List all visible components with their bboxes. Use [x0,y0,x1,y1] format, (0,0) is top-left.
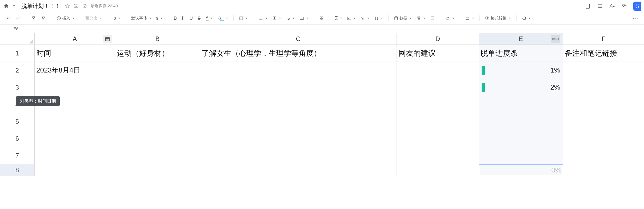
cell-B8[interactable] [115,164,200,176]
cell-A3[interactable] [35,79,115,96]
cell-F8[interactable] [563,164,644,176]
row-header-1[interactable]: 1 [0,45,35,62]
cell-E2[interactable]: 1% [479,62,563,79]
cell-A5[interactable] [35,113,115,130]
cell-E1[interactable]: 脱单进度条 [479,45,563,62]
sort-button[interactable] [373,15,384,22]
cell-E4[interactable] [479,96,563,113]
insert-button[interactable]: 插入 [55,15,75,22]
cell-B5[interactable] [115,113,200,130]
row-header-8[interactable]: 8 [0,164,35,176]
cell-E7[interactable] [479,147,563,164]
cell-B1[interactable]: 运动（好身材） [115,45,200,62]
format-painter-button[interactable] [30,15,37,22]
cell-A2[interactable]: 2023年8月4日 [35,62,115,79]
filter-button[interactable] [359,15,370,22]
column-header-B[interactable]: B [115,33,200,45]
conditional-format-button[interactable] [318,15,325,22]
align-v-button[interactable] [271,15,282,22]
align-h-button[interactable] [258,15,269,22]
cell-C4[interactable] [200,96,397,113]
chart-button[interactable] [346,15,357,22]
cell-F7[interactable] [563,147,644,164]
cell-F5[interactable] [563,113,644,130]
cell-B6[interactable] [115,130,200,147]
cell-C8[interactable] [200,164,397,176]
more-button[interactable]: ⋯ [631,15,639,22]
star-icon[interactable] [65,3,70,9]
row-header-3[interactable]: 3 [0,79,35,96]
column-header-C[interactable]: C [200,33,397,45]
text-color-button[interactable]: A [205,15,214,22]
home-icon[interactable] [3,3,9,9]
row-header-7[interactable]: 7 [0,147,35,164]
cell-D1[interactable]: 网友的建议 [397,45,479,62]
row-header-6[interactable]: 6 [0,130,35,147]
cell-B7[interactable] [115,147,200,164]
menu-icon[interactable] [597,3,603,9]
font-size-select[interactable]: 9 [155,15,164,22]
column-header-D[interactable]: D [397,33,479,45]
add-collaborator-icon[interactable] [621,3,627,9]
cell-reference-box[interactable]: E8 [0,25,32,33]
cell-E8[interactable]: 0% [479,164,563,176]
borders-button[interactable] [238,15,249,22]
validate-button[interactable] [415,15,426,22]
formula-button[interactable]: Σ [334,15,343,22]
doc-title[interactable]: 脱单计划！！！ [18,2,61,10]
cell-D6[interactable] [397,130,479,147]
progress-icon[interactable] [551,35,560,43]
decimal-button[interactable]: .0 [111,15,121,22]
redo-button[interactable] [14,15,21,22]
select-all-corner[interactable] [0,33,35,45]
column-header-E[interactable]: E [479,33,563,45]
column-header-A[interactable]: A 31 [35,33,115,45]
add-note-icon[interactable] [585,3,591,9]
cell-A7[interactable] [35,147,115,164]
cell-F3[interactable] [563,79,644,96]
cell-F6[interactable] [563,130,644,147]
cell-D4[interactable] [397,96,479,113]
cell-A1[interactable]: 时间 [35,45,115,62]
cell-D5[interactable] [397,113,479,130]
cell-D3[interactable] [397,79,479,96]
bold-button[interactable]: B [173,15,178,22]
lock-button[interactable] [445,15,455,22]
cell-F4[interactable] [563,96,644,113]
cell-C2[interactable] [200,62,397,79]
clear-format-button[interactable] [40,15,47,22]
format-convert-button[interactable]: 格式转换 [484,15,512,22]
cell-C1[interactable]: 了解女生（心理学，生理学等角度） [200,45,397,62]
calendar-icon[interactable]: 31 [103,35,112,43]
column-header-F[interactable]: F [563,33,644,45]
cell-E3[interactable]: 2% [479,79,563,96]
strike-button[interactable]: S [197,15,202,22]
cell-C6[interactable] [200,130,397,147]
cell-C5[interactable] [200,113,397,130]
cell-E5[interactable] [479,113,563,130]
cell-D2[interactable] [397,62,479,79]
italic-button[interactable]: I [181,15,186,22]
cell-D8[interactable] [397,164,479,176]
row-header-2[interactable]: 2 [0,62,35,79]
cell-B4[interactable] [115,96,200,113]
font-select[interactable]: 默认字体 [130,15,153,22]
data-button[interactable]: 数据 [393,15,413,22]
cell-A6[interactable] [35,130,115,147]
cell-E6[interactable] [479,130,563,147]
fill-color-button[interactable] [217,15,229,22]
move-folder-icon[interactable] [74,3,79,9]
cell-F2[interactable] [563,62,644,79]
cell-A8[interactable] [35,164,115,176]
cell-C7[interactable] [200,147,397,164]
cell-F1[interactable]: 备注和笔记链接 [563,45,644,62]
share-button[interactable]: 分 [633,2,641,11]
cell-C3[interactable] [200,79,397,96]
plugin-button[interactable] [521,15,532,22]
freeze-button[interactable] [429,15,436,22]
view-button[interactable] [464,15,475,22]
undo-button[interactable] [5,15,12,22]
zoom-select[interactable]: 百分比 [84,15,103,22]
row-header-5[interactable]: 5 [0,113,35,130]
text-style-icon[interactable]: A= [610,3,615,9]
